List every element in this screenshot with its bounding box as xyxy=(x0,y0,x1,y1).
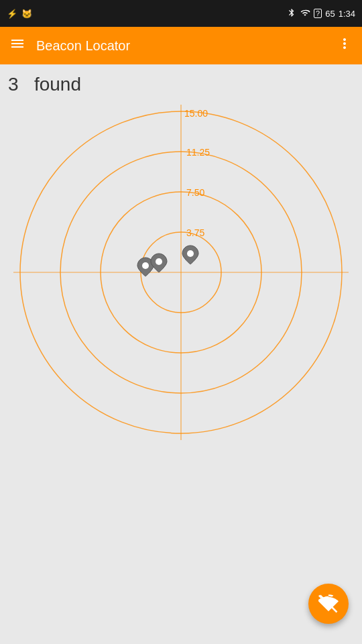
bluetooth-icon xyxy=(287,8,296,19)
scan-fab-button[interactable] xyxy=(308,584,349,624)
svg-point-13 xyxy=(187,250,194,257)
cat-icon: 🐱 xyxy=(21,9,32,19)
svg-text:15.00: 15.00 xyxy=(184,108,208,119)
time-display: 1:34 xyxy=(339,9,355,19)
main-content: 3 found 3.75 7.50 11.25 15.00 xyxy=(0,64,362,644)
toolbar: Beacon Locator xyxy=(0,27,362,64)
status-right: ? 65 1:34 xyxy=(287,8,355,19)
svg-point-12 xyxy=(156,258,162,265)
svg-text:7.50: 7.50 xyxy=(186,187,204,198)
svg-text:3.75: 3.75 xyxy=(186,227,204,238)
svg-text:11.25: 11.25 xyxy=(186,147,210,158)
radar-display: 3.75 7.50 11.25 15.00 xyxy=(13,105,349,440)
usb-icon: ⚡ xyxy=(7,9,17,19)
hamburger-menu-icon[interactable] xyxy=(9,36,25,56)
found-label: found xyxy=(34,74,81,95)
status-bar: ⚡ 🐱 ? 65 1:34 xyxy=(0,0,362,27)
question-icon: ? xyxy=(314,9,322,18)
toolbar-title: Beacon Locator xyxy=(36,38,337,54)
found-count-row: 3 found xyxy=(8,74,81,95)
wifi-off-icon xyxy=(318,594,339,614)
beacon-count: 3 xyxy=(8,74,19,95)
status-left: ⚡ 🐱 xyxy=(7,9,32,19)
radar-svg: 3.75 7.50 11.25 15.00 xyxy=(13,105,349,440)
svg-point-11 xyxy=(142,262,149,269)
svg-point-14 xyxy=(327,602,330,606)
battery-level: 65 xyxy=(325,9,335,19)
more-options-icon[interactable] xyxy=(337,36,353,56)
wifi-icon xyxy=(300,8,310,19)
